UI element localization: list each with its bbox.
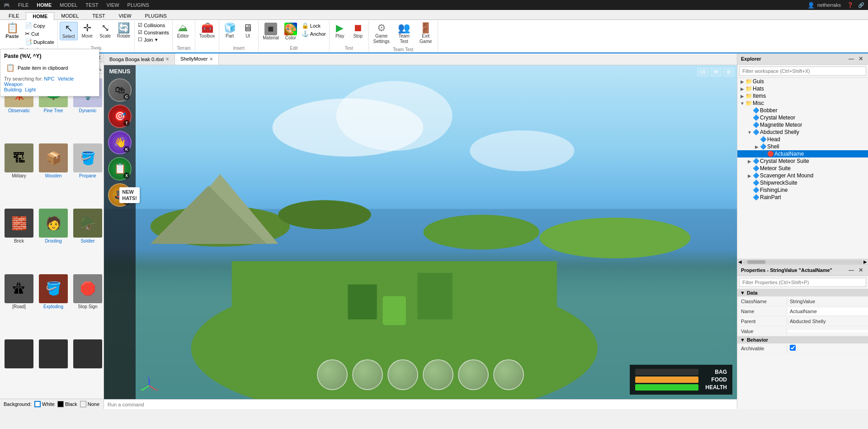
menu-plugins[interactable]: PLUGINS: [124, 1, 153, 9]
tree-item-crystal-meteor-suite[interactable]: ▶ 🔷 Crystal Meteor Suite: [737, 157, 868, 165]
asset-stopsign[interactable]: 🛑 Stop Sign: [71, 272, 104, 336]
menu-model[interactable]: MODEL: [56, 1, 81, 9]
cut-button[interactable]: ✂ Cut: [24, 30, 56, 38]
hscroll-left-btn[interactable]: ◀: [738, 259, 742, 264]
paste-item[interactable]: 📋 Paste item in clipboard: [4, 62, 95, 73]
select-button[interactable]: ↖ Select: [60, 22, 78, 40]
explorer-close-icon[interactable]: ✕: [857, 55, 864, 62]
scale-button[interactable]: ⤡ Scale: [97, 22, 114, 39]
tree-item-items[interactable]: ▶ 📁 Items: [737, 92, 868, 100]
lock-button[interactable]: 🔒 Lock: [300, 22, 327, 29]
explorer-hscroll[interactable]: ◀ ▶: [737, 259, 868, 264]
tree-item-shell[interactable]: ▶ 🔷 Shell: [737, 143, 868, 150]
props-close-icon[interactable]: ✕: [857, 267, 864, 274]
props-val-value[interactable]: [787, 330, 868, 332]
menu-view[interactable]: VIEW: [103, 1, 123, 9]
tab-shelly-close[interactable]: ✕: [209, 57, 213, 62]
asset-blank3[interactable]: [71, 338, 104, 396]
exit-game-button[interactable]: 🚪 ExitGame: [416, 22, 436, 45]
asset-brick[interactable]: 🧱 Brick: [3, 207, 35, 270]
rotate-button[interactable]: 🔄 Rotate: [115, 22, 132, 39]
bg-white[interactable]: White: [34, 401, 55, 407]
constraints-checkbox[interactable]: ☑ Constraints: [137, 29, 170, 36]
terrain-editor-button[interactable]: ⛰ Editor: [175, 22, 192, 39]
play-button[interactable]: ▶ Play: [331, 22, 349, 39]
hscroll-thumb[interactable]: [747, 260, 765, 264]
tab-shelly-mover[interactable]: ShellyMover ✕: [175, 53, 219, 65]
filter-workspace-input[interactable]: [739, 67, 866, 76]
asset-exploding[interactable]: 🪣 Exploding: [37, 272, 70, 336]
tab-plugins[interactable]: PLUGINS: [138, 12, 174, 19]
suggestion-npc[interactable]: NPC: [44, 76, 54, 81]
paste-button[interactable]: 📋 Paste: [2, 22, 23, 40]
behavior-section[interactable]: ▼ Behavior: [737, 336, 868, 343]
tree-item-actualname[interactable]: 🔴 ActualName: [737, 150, 868, 157]
tree-item-crystal-meteor[interactable]: 🔷 Crystal Meteor: [737, 114, 868, 121]
asset-blank1[interactable]: [3, 338, 35, 396]
data-section[interactable]: ▼ Data: [737, 289, 868, 296]
menu-btn-z[interactable]: 🎩 Z NEW HATS!: [108, 183, 132, 207]
tab-booga-booga[interactable]: Booga Booga leak 0.rbxl ✕: [104, 53, 175, 65]
asset-soldier[interactable]: 🪖 Soldier: [71, 207, 104, 270]
hud-circle-4[interactable]: [423, 359, 453, 390]
menu-test[interactable]: TEST: [82, 1, 102, 9]
asset-blank2[interactable]: [37, 338, 70, 396]
vp-ui-button[interactable]: UI: [697, 68, 708, 76]
part-button[interactable]: 🧊 Part: [221, 22, 238, 39]
menu-btn-k[interactable]: 👋 K: [108, 131, 132, 154]
tree-item-guis[interactable]: ▶ 📁 Guis: [737, 78, 868, 85]
bg-none[interactable]: None: [80, 401, 99, 407]
collisions-checkbox[interactable]: ☑ Collisions: [137, 22, 170, 29]
props-val-archivable[interactable]: [787, 344, 798, 353]
explorer-collapse-icon[interactable]: —: [847, 55, 855, 62]
share-icon[interactable]: 🔗: [858, 2, 864, 8]
menu-home[interactable]: HOME: [33, 1, 55, 9]
join-dropdown-icon[interactable]: ▼: [154, 38, 158, 42]
suggestion-weapon[interactable]: Weapon: [4, 81, 23, 87]
asset-drooling[interactable]: 🧑 Drooling: [37, 207, 70, 270]
menu-btn-t[interactable]: 🎯 T: [108, 105, 132, 128]
tree-item-shipwreck-suite[interactable]: 🔷 ShipwreckSuite: [737, 179, 868, 186]
ui-button[interactable]: 🖥 UI: [239, 22, 256, 39]
stop-button[interactable]: ⏹ Stop: [349, 22, 367, 39]
tab-file[interactable]: FILE: [2, 12, 26, 19]
duplicate-button[interactable]: 📑 Duplicate: [24, 38, 56, 46]
tree-item-rain-part[interactable]: 🔷 RainPart: [737, 194, 868, 201]
team-test-button[interactable]: 👥 TeamTest: [393, 22, 415, 45]
color-button[interactable]: 🎨 Color: [282, 22, 299, 41]
props-collapse-icon[interactable]: —: [847, 267, 855, 274]
asset-propane[interactable]: 🪣 Propane: [71, 142, 104, 205]
hscroll-right-btn[interactable]: ▶: [863, 259, 867, 264]
tree-item-head[interactable]: 🔷 Head: [737, 136, 868, 143]
tree-item-scavenger-ant-mound[interactable]: ▶ 🔷 Scavenger Ant Mound: [737, 172, 868, 179]
vp-eye-button[interactable]: 👁: [710, 68, 722, 76]
help-icon[interactable]: ❓: [847, 2, 854, 8]
tab-booga-close[interactable]: ✕: [165, 57, 169, 62]
viewport[interactable]: MENUS 🛍 C 🎯 T 👋 K 📋: [104, 65, 737, 399]
tab-home[interactable]: HOME: [26, 12, 54, 20]
hud-circle-3[interactable]: [387, 359, 418, 390]
tree-item-magnetite-meteor[interactable]: 🔷 Magnetite Meteor: [737, 121, 868, 129]
suggestion-building[interactable]: Building: [4, 87, 22, 92]
copy-button[interactable]: 📄 Copy: [24, 22, 56, 29]
tree-item-misc[interactable]: ▼ 📁 Misc: [737, 100, 868, 107]
join-checkbox[interactable]: ☐ Join ▼: [137, 36, 170, 43]
asset-military[interactable]: 🏗 Military: [3, 142, 35, 205]
hud-circle-2[interactable]: [352, 359, 383, 390]
tab-model[interactable]: MODEL: [54, 12, 85, 19]
menu-btn-c[interactable]: 🛍 C: [108, 78, 132, 102]
suggestion-vehicle[interactable]: Vehicle: [58, 76, 74, 81]
tab-view[interactable]: VIEW: [112, 12, 138, 19]
asset-road[interactable]: 🛣 [Road]: [3, 272, 35, 336]
tree-item-fishing-line[interactable]: 🔷 FishingLine: [737, 186, 868, 194]
suggestion-light[interactable]: Light: [25, 87, 36, 92]
archivable-checkbox[interactable]: [790, 345, 796, 351]
hud-circle-6[interactable]: [493, 359, 524, 390]
vp-settings-button[interactable]: ⚙: [723, 68, 734, 76]
anchor-button[interactable]: ⚓ Anchor: [300, 30, 327, 38]
tree-item-meteor-suite[interactable]: 🔷 Meteor Suite: [737, 165, 868, 172]
tab-test[interactable]: TEST: [85, 12, 112, 19]
asset-wooden[interactable]: 📦 Wooden: [37, 142, 70, 205]
bg-black[interactable]: Black: [57, 401, 77, 407]
tree-item-hats[interactable]: ▶ 📁 Hats: [737, 85, 868, 92]
